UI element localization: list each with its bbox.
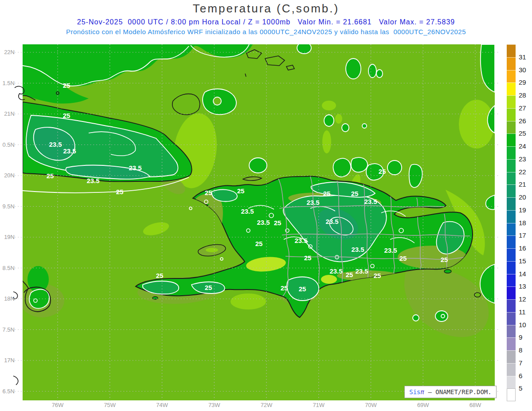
contour-label: 25	[351, 190, 359, 197]
colorbar-tick-label: 11	[519, 308, 526, 316]
contour-label: 23.5	[63, 147, 76, 155]
colorbar-segment	[507, 376, 516, 389]
contour-label: 25	[47, 172, 54, 180]
colorbar-tick-label: 17	[519, 231, 526, 239]
contour-label: 25	[441, 256, 448, 263]
contour-label: 25	[205, 284, 212, 291]
colorbar-segment	[507, 44, 516, 57]
lon-tick-label: 71W	[305, 402, 332, 408]
colorbar-segment	[507, 325, 516, 338]
saona-island	[444, 270, 451, 273]
colorbar-tick-label: 12	[519, 295, 526, 303]
contour-label: 23.5	[384, 247, 397, 254]
colorbar-segment	[507, 363, 516, 376]
colorbar-segment	[507, 274, 516, 287]
lon-tick-label: 74W	[149, 402, 176, 408]
colorbar-tick-label: 26	[519, 117, 526, 125]
colorbar-segment	[507, 57, 516, 70]
colorbar-tick-label: 29	[519, 78, 526, 86]
contour-label: 23.5	[351, 246, 364, 253]
colorbar-segment	[507, 172, 516, 185]
temperature-colorbar: 3130292827262524232221201918171615141312…	[507, 44, 516, 401]
lat-tick-label: 8.5N	[0, 265, 15, 271]
colorbar-tick-label: 13	[519, 282, 526, 290]
colorbar-tick-label: 15	[519, 257, 526, 265]
contour-label: 25	[374, 272, 381, 279]
map-canvas: 252523.523.523.523.52525252525252523.523…	[0, 0, 532, 411]
lon-tick-label: 72W	[253, 402, 280, 408]
lat-tick-label: 18N	[0, 295, 15, 302]
contour-label: 23.5	[294, 237, 307, 244]
colorbar-segment	[507, 261, 516, 274]
colorbar-tick-label: 31	[519, 53, 526, 61]
colorbar-tick-label: 9	[519, 333, 522, 341]
contour-label: 25	[299, 285, 306, 293]
colorbar-segment	[507, 108, 516, 121]
contour-label: 25	[281, 284, 288, 292]
colorbar-segment	[507, 337, 516, 350]
contour-label: 25	[63, 112, 70, 119]
contour-label: 23.5	[86, 177, 99, 184]
lat-tick-label: 6.5N	[0, 388, 15, 395]
colorbar-tick-label: 19	[519, 206, 526, 214]
lat-tick-label: 20N	[0, 172, 15, 179]
colorbar-tick-label: 16	[519, 244, 526, 252]
contour-label: 23.5	[355, 267, 368, 275]
colorbar-segment	[507, 197, 516, 210]
lat-tick-label: 21N	[0, 110, 15, 117]
colorbar-segment	[507, 299, 516, 312]
contour-label: 23.5	[257, 219, 270, 226]
attribution-org: – ONAMET/REP.DOM.	[424, 388, 492, 395]
contour-label: 25	[156, 272, 164, 279]
colorbar-segment	[507, 388, 516, 401]
colorbar-segment	[507, 350, 516, 363]
colorbar-tick-label: 24	[519, 142, 526, 150]
contour-label: 23.5	[325, 218, 338, 225]
contour-label: 25	[237, 187, 245, 195]
colorbar-tick-label: 6	[519, 372, 522, 380]
colorbar-segment	[507, 286, 516, 299]
colorbar-segment	[507, 184, 516, 197]
lat-tick-label: 7.5N	[0, 326, 15, 333]
lat-tick-label: 0.5N	[0, 141, 15, 148]
colorbar-tick-label: 28	[519, 91, 526, 99]
contour-label: 25	[346, 271, 353, 278]
contour-label: 23.5	[364, 198, 377, 205]
colorbar-tick-label: 22	[519, 168, 526, 176]
lat-tick-label: 17N	[0, 357, 15, 364]
colorbar-tick-label: 18	[519, 219, 526, 227]
weather-map-page: Temperatura (C,somb.) 25-Nov-2025 0000 U…	[0, 0, 532, 411]
colorbar-tick-label: 14	[519, 270, 526, 278]
attribution-box: Sisπ – ONAMET/REP.DOM.	[404, 386, 497, 398]
colorbar-tick-label: 25	[519, 129, 526, 137]
colorbar-tick-label: 10	[519, 321, 526, 329]
colorbar-segment	[507, 95, 516, 108]
contour-label: 25	[274, 219, 282, 227]
contour-label: 23.5	[49, 141, 62, 148]
colorbar-segment	[507, 159, 516, 172]
lon-tick-label: 73W	[201, 402, 227, 408]
colorbar-tick-label: 27	[519, 104, 526, 112]
lat-tick-label: 22N	[0, 49, 15, 55]
contour-label: 23.5	[241, 207, 254, 215]
colorbar-segment	[507, 312, 516, 325]
colorbar-segment	[507, 133, 516, 146]
contour-label: 25	[116, 188, 124, 196]
colorbar-segment	[507, 248, 516, 261]
contour-label: 25	[63, 82, 70, 89]
lat-tick-label: 1.5N	[0, 80, 15, 86]
contour-label: 25	[205, 189, 212, 196]
contour-label: 25	[255, 240, 263, 247]
lon-tick-label: 70W	[358, 402, 384, 408]
colorbar-tick-label: 20	[519, 193, 526, 201]
colorbar-segment	[507, 70, 516, 83]
lon-tick-label: 75W	[97, 402, 123, 408]
contour-label: 25	[323, 190, 331, 197]
sispi-pi-symbol: π	[421, 388, 424, 395]
contour-label: 25	[304, 254, 312, 262]
lon-tick-label: 68W	[462, 402, 489, 408]
contour-label: 23.5	[306, 199, 319, 206]
colorbar-segment	[507, 235, 516, 248]
colorbar-segment	[507, 210, 516, 223]
colorbar-segment	[507, 223, 516, 236]
